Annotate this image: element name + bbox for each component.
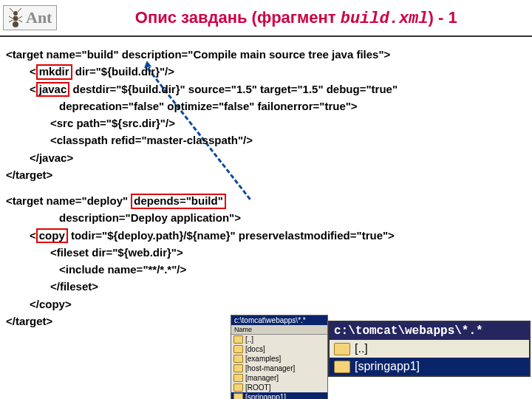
code-line: </javac> <box>6 149 526 166</box>
title-prefix: Опис завдань (фрагмент <box>135 8 341 27</box>
file-row: [..] <box>231 335 327 344</box>
code-line: <javac destdir="${build.dir}" source="1.… <box>6 81 526 98</box>
file-panel-path: c:\tomcat\webapps\*.* <box>231 316 327 325</box>
title-filename: build.xml <box>341 10 429 28</box>
file-name: [manager] <box>245 373 279 383</box>
slide-title: Опис завдань (фрагмент build.xml) - 1 <box>63 8 529 28</box>
file-name: [docs] <box>245 344 265 354</box>
file-row: [host-manager] <box>231 364 327 373</box>
code-line: <include name="**/*.*"/> <box>6 261 526 278</box>
code-fragment: <target name="deploy" <box>6 194 131 207</box>
file-panel-header: Name <box>231 325 327 335</box>
svg-line-3 <box>10 8 13 12</box>
keyword-copy: copy <box>36 228 68 244</box>
file-row: [..] <box>330 340 529 358</box>
code-line: <target name="build" description="Compil… <box>6 46 526 63</box>
code-line: <target name="deploy" depends="build" <box>6 192 526 209</box>
ant-logo-text: Ant <box>26 8 52 27</box>
keyword-mkdir: mkdir <box>36 64 72 80</box>
file-row-selected: [springapp1] <box>330 358 529 375</box>
svg-point-2 <box>13 21 18 27</box>
file-name: [examples] <box>245 354 281 364</box>
file-panel-large: c:\tomcat\webapps\*.* [..] [springapp1] <box>328 321 531 377</box>
folder-icon <box>233 393 243 399</box>
file-name: [springapp1] <box>245 392 286 399</box>
code-line: deprecation="false" optimize="false" fai… <box>6 98 526 115</box>
code-line: <src path="${src.dir}"/> <box>6 115 526 132</box>
file-row: [examples] <box>231 354 327 364</box>
folder-icon <box>233 335 243 344</box>
folder-icon <box>233 345 243 353</box>
file-row: [manager] <box>231 373 327 383</box>
code-content: <target name="build" description="Compil… <box>0 37 532 332</box>
folder-icon <box>233 364 243 372</box>
svg-point-1 <box>13 16 18 21</box>
code-fragment: dir="${build.dir}"/> <box>72 65 174 78</box>
file-panel-small: c:\tomcat\webapps\*.* Name [..] [docs] [… <box>231 315 328 399</box>
code-line: </target> <box>6 166 526 183</box>
svg-line-4 <box>18 8 21 12</box>
code-line: <mkdir dir="${build.dir}"/> <box>6 63 526 80</box>
folder-icon <box>334 343 350 355</box>
code-line: </fileset> <box>6 278 526 295</box>
svg-point-0 <box>13 11 18 16</box>
slide-header: Ant Опис завдань (фрагмент build.xml) - … <box>0 0 532 37</box>
code-line: <fileset dir="${web.dir}"> <box>6 244 526 261</box>
code-line: <classpath refid="master-classpath"/> <box>6 132 526 149</box>
keyword-javac: javac <box>36 82 70 98</box>
code-line: </copy> <box>6 296 526 313</box>
file-row: [ROOT] <box>231 383 327 392</box>
file-name: [springapp1] <box>355 360 420 373</box>
code-line: <copy todir="${deploy.path}/${name}" pre… <box>6 227 526 244</box>
code-fragment: destdir="${build.dir}" source="1.5" targ… <box>69 83 398 95</box>
large-panel-title: c:\tomcat\webapps\*.* <box>330 322 529 340</box>
svg-line-8 <box>18 20 22 22</box>
folder-icon <box>233 383 243 392</box>
file-row: [docs] <box>231 344 327 354</box>
file-name: [..] <box>355 342 368 355</box>
file-name: [..] <box>245 335 253 344</box>
folder-icon <box>334 361 350 373</box>
keyword-depends-build: depends="build" <box>131 194 225 209</box>
title-suffix: ) - 1 <box>429 8 457 27</box>
svg-line-6 <box>18 16 22 18</box>
code-fragment: todir="${deploy.path}/${name}" preservel… <box>68 229 395 242</box>
file-name: [host-manager] <box>245 364 295 373</box>
svg-line-5 <box>9 16 13 18</box>
file-row: [springapp1] <box>231 392 327 399</box>
file-name: [ROOT] <box>245 383 270 392</box>
ant-logo: Ant <box>3 5 57 30</box>
folder-icon <box>233 374 243 382</box>
code-line: description="Deploy application"> <box>6 209 526 226</box>
ant-icon <box>8 7 23 28</box>
svg-line-7 <box>9 20 13 22</box>
folder-icon <box>233 355 243 363</box>
